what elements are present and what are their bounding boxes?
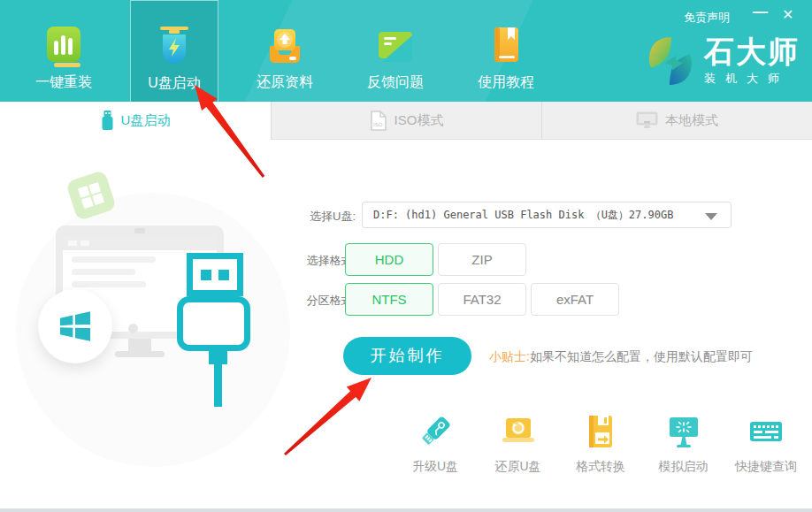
monitor-notch [134,228,145,233]
partition-option-fat32[interactable]: FAT32 [438,283,526,316]
chart-icon [43,25,84,67]
main-content: 选择U盘: D:F: (hd1) General USB Flash Disk … [0,140,812,512]
tool-upgrade-usb[interactable]: 升级U盘 [396,412,474,475]
app-window: 一键重装 U盘启动 [0,0,812,512]
usb-drive-icon [101,111,114,131]
iso-file-icon: ISO [370,111,387,131]
start-make-button[interactable]: 开始制作 [343,337,471,375]
partition-option-exfat[interactable]: exFAT [531,283,619,316]
tool-label: 升级U盘 [412,459,458,475]
tool-format-convert[interactable]: 格式转换 [562,412,640,475]
simulate-boot-icon [664,412,703,451]
monitor-icon [636,111,658,130]
format-option-hdd[interactable]: HDD [345,243,433,276]
windows-logo-badge [38,289,112,363]
tab-local-mode[interactable]: 本地模式 [541,102,812,140]
tool-hotkey-lookup[interactable]: 快捷键查询 [727,412,805,475]
chevron-down-icon [705,213,717,220]
usb-plug-body [177,296,250,351]
close-button[interactable]: ✕ [782,6,793,23]
nav-item-reinstall[interactable]: 一键重装 [19,0,108,102]
monitor-stand [128,339,151,352]
mail-icon [375,25,416,67]
main-nav: 一键重装 U盘启动 [19,0,572,102]
nav-label: 还原资料 [257,73,313,92]
minimize-button[interactable]: — [753,4,768,21]
nav-item-tutorial[interactable]: 使用教程 [462,0,550,102]
brand: 石大师 装机大师 [646,35,800,87]
tab-usb-boot[interactable]: U盘启动 [0,102,271,140]
monitor-dot [128,324,138,333]
usb-select-value: D:F: (hd1) General USB Flash Disk （U盘）27… [363,203,731,227]
tab-label: ISO模式 [395,112,444,129]
tool-simulate-boot[interactable]: 模拟启动 [645,412,723,475]
tool-label: 格式转换 [576,459,625,475]
upgrade-usb-icon [416,412,455,451]
tab-label: 本地模式 [665,112,718,129]
usb-plug-connector [187,253,243,296]
tab-iso-mode[interactable]: ISO ISO模式 [271,102,541,140]
usb-plug-neck [209,350,227,364]
format-convert-icon [581,412,620,451]
tab-label: U盘启动 [121,112,171,129]
tool-restore-usb[interactable]: 还原U盘 [479,412,557,475]
partition-option-ntfs[interactable]: NTFS [345,283,433,316]
tip-body: 如果不知道怎么配置，使用默认配置即可 [530,349,753,363]
tool-label: 快捷键查询 [735,459,797,475]
usb-shield-icon [154,26,195,68]
usb-select-label: 选择U盘: [292,209,356,225]
tip-label: 小贴士: [489,349,530,363]
header: 一键重装 U盘启动 [0,0,812,102]
tool-label: 模拟启动 [659,459,709,475]
nav-label: 一键重装 [35,73,92,92]
nav-item-feedback[interactable]: 反馈问题 [351,0,440,102]
monitor-base [115,351,165,357]
restore-box-icon [264,25,305,67]
nav-label: 反馈问题 [367,73,424,92]
format-option-zip[interactable]: ZIP [438,243,526,276]
nav-label: 使用教程 [478,73,534,92]
tip-text: 小贴士:如果不知道怎么配置，使用默认配置即可 [489,349,753,365]
brand-name: 石大师 [704,35,800,67]
brand-tagline: 装机大师 [704,71,800,87]
disclaimer-link[interactable]: 免责声明 [684,10,730,26]
nav-item-restore-data[interactable]: 还原资料 [241,0,329,102]
brand-text: 石大师 装机大师 [704,35,800,87]
tools-row: 升级U盘 还原U盘 [396,412,805,475]
nav-label: U盘启动 [148,74,201,93]
brand-logo-icon [646,35,695,87]
tool-label: 还原U盘 [494,459,540,475]
book-icon [486,25,526,67]
svg-text:ISO: ISO [373,122,383,127]
restore-usb-icon [499,412,538,451]
mode-tabs: U盘启动 ISO ISO模式 本地模式 [0,102,812,140]
keyboard-icon [747,412,785,451]
nav-item-usb-boot[interactable]: U盘启动 [130,0,218,102]
usb-select-dropdown[interactable]: D:F: (hd1) General USB Flash Disk （U盘）27… [362,202,732,228]
usb-plug-cable [214,364,222,407]
